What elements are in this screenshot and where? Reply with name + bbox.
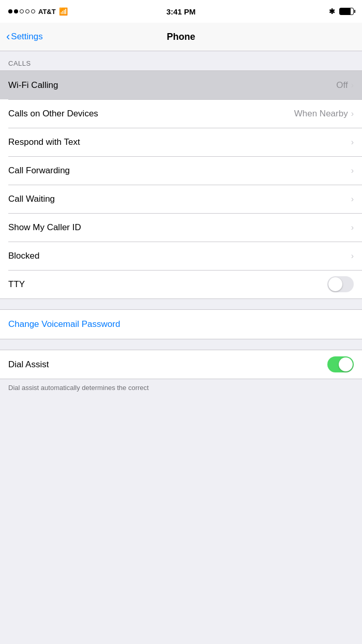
calls-section-header: CALLS xyxy=(0,51,362,70)
wifi-calling-label: Wi-Fi Calling xyxy=(8,80,58,91)
battery-fill xyxy=(340,8,351,14)
call-waiting-chevron-icon: › xyxy=(351,194,354,204)
page-title: Phone xyxy=(167,32,195,42)
show-caller-id-row[interactable]: Show My Caller ID › xyxy=(0,213,362,242)
call-forwarding-label: Call Forwarding xyxy=(8,166,70,176)
blocked-chevron-icon: › xyxy=(351,251,354,261)
call-waiting-label: Call Waiting xyxy=(8,194,55,204)
show-caller-id-label: Show My Caller ID xyxy=(8,222,81,233)
dial-assist-toggle-knob xyxy=(339,357,353,371)
spacer-2 xyxy=(0,339,362,350)
carrier-label: AT&T xyxy=(38,8,56,16)
dial-assist-right xyxy=(327,356,354,372)
call-forwarding-right: › xyxy=(351,166,354,175)
calls-other-devices-value: When Nearby xyxy=(294,109,348,119)
calls-other-devices-row[interactable]: Calls on Other Devices When Nearby › xyxy=(0,99,362,128)
signal-dot-1 xyxy=(8,9,12,13)
signal-dots xyxy=(8,9,35,13)
blocked-right: › xyxy=(351,251,354,261)
dial-assist-row[interactable]: Dial Assist xyxy=(0,350,362,379)
tty-toggle[interactable] xyxy=(327,276,354,292)
dial-assist-toggle[interactable] xyxy=(327,356,354,372)
wifi-calling-value: Off xyxy=(336,80,348,91)
change-voicemail-password-link: Change Voicemail Password xyxy=(8,319,120,329)
calls-other-devices-label: Calls on Other Devices xyxy=(8,109,98,119)
status-left: AT&T 📶 xyxy=(8,7,68,16)
call-waiting-row[interactable]: Call Waiting › xyxy=(0,185,362,213)
tty-toggle-knob xyxy=(328,277,342,291)
respond-with-text-chevron-icon: › xyxy=(351,138,354,147)
change-voicemail-password-row[interactable]: Change Voicemail Password xyxy=(0,309,362,339)
battery-icon xyxy=(339,8,354,15)
back-button[interactable]: ‹ Settings xyxy=(6,31,43,42)
bluetooth-icon: ✱ xyxy=(329,7,335,16)
signal-dot-3 xyxy=(20,9,24,13)
wifi-calling-right: Off › xyxy=(336,80,354,91)
back-label: Settings xyxy=(11,32,42,42)
signal-dot-5 xyxy=(31,9,35,13)
signal-dot-4 xyxy=(25,9,29,13)
wifi-calling-chevron-icon: › xyxy=(351,81,354,90)
respond-with-text-row[interactable]: Respond with Text › xyxy=(0,128,362,156)
show-caller-id-chevron-icon: › xyxy=(351,223,354,232)
wifi-calling-row[interactable]: Wi-Fi Calling Off › xyxy=(0,71,362,99)
back-chevron-icon: ‹ xyxy=(6,31,10,42)
status-bar: AT&T 📶 3:41 PM ✱ xyxy=(0,0,362,23)
spacer-1 xyxy=(0,299,362,309)
dial-assist-label: Dial Assist xyxy=(8,360,49,370)
blocked-row[interactable]: Blocked › xyxy=(0,242,362,270)
wifi-icon: 📶 xyxy=(59,7,68,16)
tty-right xyxy=(327,276,354,292)
call-forwarding-chevron-icon: › xyxy=(351,166,354,175)
calls-other-devices-right: When Nearby › xyxy=(294,109,354,119)
calls-settings-group: Wi-Fi Calling Off › Calls on Other Devic… xyxy=(0,70,362,299)
blocked-label: Blocked xyxy=(8,251,39,261)
status-time: 3:41 PM xyxy=(167,7,196,16)
calls-other-devices-chevron-icon: › xyxy=(351,109,354,118)
tty-row[interactable]: TTY xyxy=(0,270,362,298)
status-right: ✱ xyxy=(329,7,354,16)
respond-with-text-right: › xyxy=(351,138,354,147)
respond-with-text-label: Respond with Text xyxy=(8,137,80,147)
call-waiting-right: › xyxy=(351,194,354,204)
dial-assist-group: Dial Assist xyxy=(0,350,362,379)
tty-label: TTY xyxy=(8,279,25,290)
call-forwarding-row[interactable]: Call Forwarding › xyxy=(0,156,362,185)
dial-assist-footer: Dial assist automatically determines the… xyxy=(0,379,362,397)
show-caller-id-right: › xyxy=(351,223,354,232)
signal-dot-2 xyxy=(14,9,18,13)
nav-bar: ‹ Settings Phone xyxy=(0,23,362,51)
